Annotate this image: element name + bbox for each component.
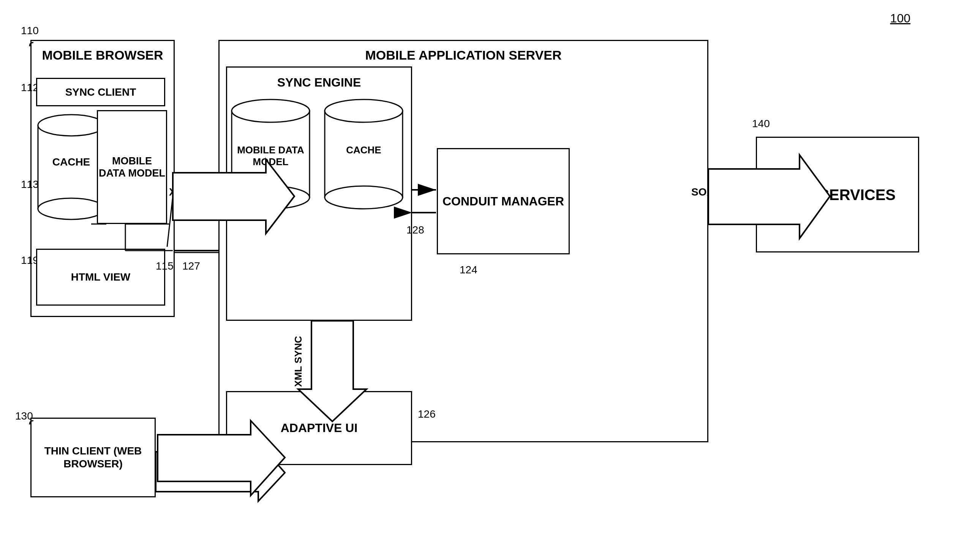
xml-sync-horiz-label: XML SYNC: [169, 186, 224, 198]
svg-point-23: [325, 100, 402, 122]
ref-100-label: 100: [890, 12, 910, 25]
svg-point-20: [232, 100, 310, 122]
adaptive-ui-label: ADAPTIVE UI: [280, 421, 358, 435]
svg-rect-19: [232, 111, 310, 197]
ref-140-label: 140: [752, 118, 770, 130]
ref-128-label: 128: [406, 224, 424, 236]
svg-point-24: [325, 186, 402, 209]
soap-label: SOAP: [691, 186, 721, 198]
conduit-manager-box: CONDUIT MANAGER: [437, 148, 570, 254]
web-services-box: WEB SERVICES: [756, 137, 919, 252]
svg-point-21: [232, 186, 310, 209]
sync-client-label: SYNC CLIENT: [65, 86, 136, 99]
sync-client-box: SYNC CLIENT: [36, 78, 165, 106]
web-services-label: WEB SERVICES: [780, 186, 896, 204]
mobile-app-server-title: MOBILE APPLICATION SERVER: [220, 48, 707, 63]
adaptive-ui-box: ADAPTIVE UI: [226, 391, 412, 465]
ref-126-label: 126: [418, 408, 436, 420]
mobile-data-model-right-cylinder: MOBILE DATA MODEL: [230, 95, 311, 213]
mobile-data-model-left-box: MOBILE DATA MODEL: [97, 110, 167, 224]
diagram: 100 110 MOBILE BROWSER 112 SYNC CLIENT 1…: [0, 0, 975, 560]
svg-point-17: [38, 115, 104, 136]
xml-sync-vert-label: XML SYNC: [292, 336, 304, 387]
ref-110-label: 110: [21, 25, 39, 37]
sync-engine-label: SYNC ENGINE: [227, 75, 411, 90]
html-view-box: HTML VIEW: [36, 249, 165, 306]
html-view-label: HTML VIEW: [71, 271, 131, 283]
ref-127-label: 127: [182, 260, 200, 272]
cache-left-cylinder: CACHE: [36, 110, 106, 224]
xml-sync-vert-text: XML SYNC: [316, 324, 327, 375]
ref-115-label: 115: [156, 260, 174, 272]
svg-point-18: [38, 198, 104, 220]
thin-client-box: THIN CLIENT (WEB BROWSER): [30, 418, 156, 497]
ref-124-label: 124: [459, 264, 477, 276]
mobile-browser-title: MOBILE BROWSER: [32, 48, 174, 63]
svg-rect-22: [325, 111, 402, 197]
svg-rect-16: [38, 125, 104, 209]
conduit-manager-label: CONDUIT MANAGER: [442, 194, 564, 208]
thin-client-label: THIN CLIENT (WEB BROWSER): [32, 445, 155, 470]
mobile-data-model-left-label: MOBILE DATA MODEL: [98, 155, 166, 180]
http-label: HTTP: [163, 454, 191, 466]
cache-right-cylinder: CACHE: [323, 95, 404, 213]
